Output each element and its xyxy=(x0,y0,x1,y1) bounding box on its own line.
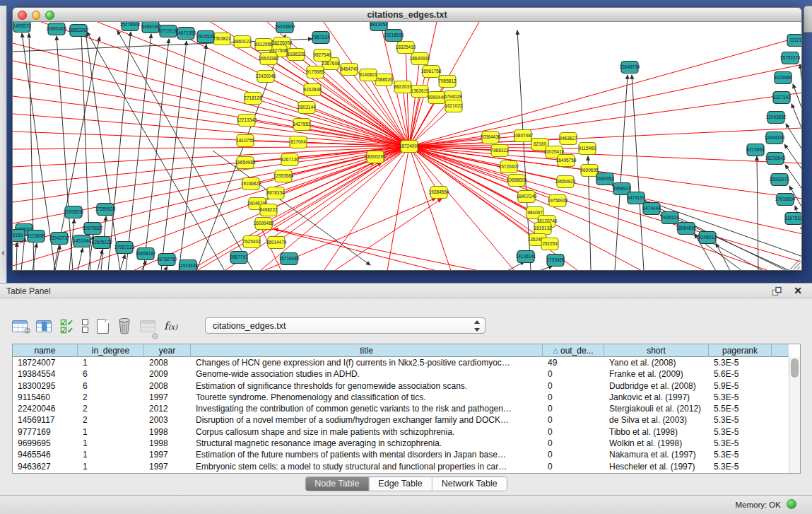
tab-network-table[interactable]: Network Table xyxy=(433,477,507,491)
table-row[interactable]: 1456911722003Disruption of a novel membe… xyxy=(13,414,789,426)
graph-node[interactable]: 14671355 xyxy=(176,28,196,40)
graph-node[interactable]: 7815526 xyxy=(196,31,215,43)
vertical-scrollbar[interactable] xyxy=(789,357,800,473)
graph-node-selected[interactable]: 16543382 xyxy=(259,53,279,65)
graph-node[interactable]: 1167531 xyxy=(785,213,802,225)
splitter-collapse-icon[interactable] xyxy=(1,250,4,256)
graph-node[interactable]: 9129966 xyxy=(774,72,792,84)
graph-node-selected[interactable]: 1588520 xyxy=(375,74,393,86)
table-row[interactable]: 969969511998Structural magnetic resonanc… xyxy=(13,438,789,449)
graph-node-selected[interactable]: 19756928 xyxy=(548,195,568,207)
graph-node-selected[interactable]: 7986322 xyxy=(490,145,509,157)
graph-node[interactable]: 6466160 xyxy=(141,22,160,33)
graph-node-selected[interactable]: 1815132 xyxy=(534,223,552,235)
graph-node-selected[interactable]: 16099489 xyxy=(254,218,274,230)
deselect-all-icon[interactable] xyxy=(82,315,88,337)
graph-node[interactable]: 12505123 xyxy=(92,237,112,249)
graph-node-selected[interactable]: 10807487 xyxy=(513,130,534,142)
graph-node-selected[interactable]: 8498222 xyxy=(259,204,278,216)
graph-node-selected[interactable]: 8454749 xyxy=(340,64,358,76)
show-column-icon[interactable] xyxy=(36,315,52,337)
graph-node[interactable]: 16648794 xyxy=(620,62,640,74)
tab-edge-table[interactable]: Edge Table xyxy=(369,477,432,491)
table-row[interactable]: 1938455462009Genome-wide association stu… xyxy=(13,368,789,380)
graph-node[interactable]: 19218596 xyxy=(384,30,404,42)
graph-node-selected[interactable]: 8186328 xyxy=(287,49,305,61)
graph-node[interactable]: 16782759 xyxy=(157,254,177,266)
table-row[interactable]: 946362711997Embryonic stem cells: a mode… xyxy=(13,461,789,472)
graph-node-selected[interactable]: 9242848 xyxy=(303,84,322,96)
graph-node[interactable]: 11121 xyxy=(787,35,802,47)
column-header-short[interactable]: short xyxy=(604,344,709,357)
graph-node[interactable]: 12093852 xyxy=(766,112,787,124)
graph-node[interactable]: 20691406 xyxy=(47,23,67,35)
graph-node[interactable]: 16958187 xyxy=(136,248,156,260)
graph-node-selected[interactable]: 18407249 xyxy=(517,191,537,203)
select-all-icon[interactable]: ☑✓☑✓ xyxy=(60,315,73,337)
column-header-name[interactable]: name xyxy=(13,344,78,357)
graph-node[interactable]: 9857791 xyxy=(230,252,248,264)
graph-node[interactable]: 14136141 xyxy=(516,251,536,263)
table-row[interactable]: 1872400712008Changes of HCN gene express… xyxy=(13,357,789,368)
graph-node-selected[interactable]: 817004 xyxy=(290,136,307,148)
graph-node-selected[interactable]: 16495758 xyxy=(556,155,577,167)
scrollbar-thumb[interactable] xyxy=(791,358,799,378)
graph-node-selected[interactable]: 9463627 xyxy=(559,133,577,145)
graph-node[interactable]: 30975887 xyxy=(83,223,103,235)
graph-node[interactable]: 1115688 xyxy=(28,230,45,243)
table-row[interactable]: 2242004622012Investigating the contribut… xyxy=(13,403,789,414)
graph-node[interactable]: 17957223 xyxy=(114,242,135,254)
close-panel-icon[interactable]: ✕ xyxy=(794,285,802,296)
graph-node-selected[interactable]: 7955812 xyxy=(438,76,457,88)
table-row[interactable]: 946554611997Estimation of the future num… xyxy=(13,449,789,460)
graph-node-selected[interactable]: 8860123 xyxy=(233,36,252,48)
graph-node-selected[interactable]: 1810755 xyxy=(236,135,254,147)
graph-node-selected[interactable]: 19654985 xyxy=(235,157,256,169)
graph-node-selected[interactable]: 16914479 xyxy=(266,237,287,249)
graph-node[interactable]: 15278602 xyxy=(120,22,141,31)
graph-node-selected[interactable]: 9115460 xyxy=(579,143,596,155)
graph-node-selected[interactable]: 20364436 xyxy=(481,132,501,144)
graph-node[interactable]: 7857224 xyxy=(312,32,330,44)
graph-node-selected[interactable]: 18325419 xyxy=(396,42,416,54)
graph-node-selected[interactable]: 252254 xyxy=(541,238,558,250)
table-row[interactable]: 911546021997Tourette syndrome. Phenomeno… xyxy=(13,392,789,403)
delete-table-icon[interactable]: x xyxy=(140,315,155,337)
table-settings-icon[interactable]: ⚙ xyxy=(12,315,28,337)
graph-node[interactable]: 1451944 xyxy=(73,235,91,247)
graph-node-selected[interactable]: 8990448 xyxy=(428,92,446,104)
graph-node[interactable]: 16553267 xyxy=(69,25,89,37)
graph-node-selected[interactable]: 12353584 xyxy=(273,170,294,182)
graph-node[interactable]: 39159 xyxy=(13,230,25,242)
graph-node[interactable]: 1640954 xyxy=(596,173,614,185)
graph-node[interactable]: 12444194 xyxy=(765,132,785,144)
graph-node[interactable]: 8215955 xyxy=(746,144,765,156)
graph-node[interactable]: 18984892 xyxy=(676,223,697,235)
graph-node-selected[interactable]: 18640910 xyxy=(410,53,430,65)
graph-node-selected[interactable]: 2718126 xyxy=(244,93,262,105)
column-header-pagerank[interactable]: pagerank xyxy=(709,344,772,357)
column-header-year[interactable]: year xyxy=(144,344,191,357)
table-row[interactable]: 1830029562008Estimation of significance … xyxy=(13,380,789,392)
float-panel-icon[interactable] xyxy=(772,286,782,297)
graph-node[interactable]: 6479197 xyxy=(627,192,645,204)
graph-node[interactable]: 16210643 xyxy=(765,153,786,165)
graph-node-selected[interactable]: 2803144 xyxy=(298,102,316,114)
graph-node-selected[interactable]: 8912955 xyxy=(254,39,273,51)
memory-ok-indicator[interactable] xyxy=(787,499,796,509)
graph-node[interactable]: 16033809 xyxy=(275,22,295,33)
graph-node-selected[interactable]: 22420046 xyxy=(256,71,276,83)
panel-splitter[interactable] xyxy=(0,6,7,283)
graph-node-selected[interactable]: 10688609 xyxy=(507,175,527,187)
function-builder-icon[interactable]: f(x) xyxy=(164,320,177,332)
graph-node[interactable]: 8813054 xyxy=(370,22,388,31)
graph-node[interactable]: 9245012 xyxy=(698,232,717,244)
graph-node-selected[interactable]: 1621022 xyxy=(445,100,463,112)
graph-node-selected[interactable]: 12213343 xyxy=(237,115,257,127)
graph-node-selected[interactable]: 9146821 xyxy=(359,69,377,81)
graph-node-selected[interactable]: 1362615 xyxy=(411,86,429,98)
network-canvas[interactable]: 1872400718300295193845541832541918640910… xyxy=(12,22,802,271)
column-header-out_degree[interactable]: △out_de... xyxy=(543,344,604,357)
column-header-in_degree[interactable]: in_degree xyxy=(78,344,144,357)
graph-node-selected[interactable]: 18300295 xyxy=(365,151,386,163)
